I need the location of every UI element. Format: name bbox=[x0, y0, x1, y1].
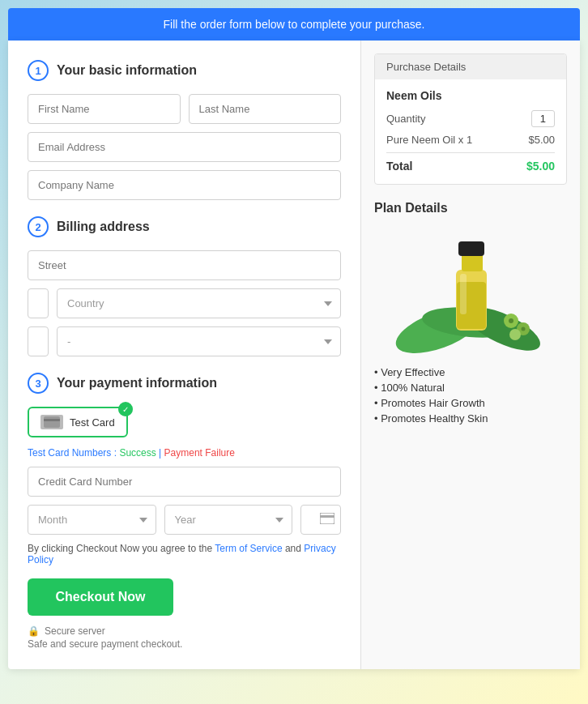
feature-item-4: Promotes Healthy Skin bbox=[374, 412, 567, 425]
city-input[interactable] bbox=[28, 288, 49, 318]
quantity-label: Quantity bbox=[386, 113, 425, 125]
svg-rect-2 bbox=[320, 513, 334, 524]
test-card-option[interactable]: Test Card ✓ bbox=[28, 407, 128, 437]
total-price: $5.00 bbox=[526, 160, 555, 173]
state-select[interactable]: - bbox=[57, 326, 341, 356]
cvv-card-icon bbox=[320, 513, 334, 527]
total-row: Total $5.00 bbox=[386, 152, 555, 173]
terms-middle: and bbox=[283, 543, 305, 554]
month-select[interactable]: Month 010203 040506 070809 101112 bbox=[28, 505, 156, 535]
page-container: Fill the order form below to complete yo… bbox=[8, 8, 580, 669]
zip-state-row: - bbox=[28, 326, 341, 356]
test-card-info: Test Card Numbers : Success | Payment Fa… bbox=[28, 447, 341, 459]
section-num-2: 2 bbox=[28, 216, 49, 237]
company-group bbox=[28, 170, 341, 200]
line-item-label: Pure Neem Oil x 1 bbox=[386, 134, 472, 146]
quantity-value: 1 bbox=[531, 110, 555, 127]
last-name-input[interactable] bbox=[189, 94, 342, 124]
year-select[interactable]: Year 202420252026 202720282029 bbox=[164, 505, 293, 535]
banner-text: Fill the order form below to complete yo… bbox=[164, 18, 425, 31]
name-row bbox=[28, 94, 341, 124]
section-num-3: 3 bbox=[28, 373, 49, 394]
card-label-text: Test Card bbox=[70, 416, 115, 429]
lock-icon: 🔒 bbox=[28, 625, 40, 637]
section-payment-label: Your payment information bbox=[57, 376, 217, 390]
section-basic-info-header: 1 Your basic information bbox=[28, 60, 341, 81]
product-name: Neem Oils bbox=[386, 89, 555, 102]
cc-number-group bbox=[28, 467, 341, 497]
svg-rect-15 bbox=[458, 241, 484, 256]
plan-details-title: Plan Details bbox=[374, 201, 567, 215]
svg-rect-16 bbox=[460, 274, 467, 314]
svg-rect-1 bbox=[44, 419, 60, 421]
email-input[interactable] bbox=[28, 132, 341, 162]
tos-link[interactable]: Term of Service bbox=[215, 543, 282, 554]
email-group bbox=[28, 132, 341, 162]
right-panel: Purchase Details Neem Oils Quantity 1 Pu… bbox=[361, 41, 580, 669]
svg-point-9 bbox=[509, 329, 521, 340]
total-label: Total bbox=[386, 160, 412, 173]
quantity-row: Quantity 1 bbox=[386, 110, 555, 127]
test-card-label: Test Card Numbers : bbox=[28, 447, 117, 459]
company-input[interactable] bbox=[28, 170, 341, 200]
test-card-failure-link[interactable]: Payment Failure bbox=[164, 447, 235, 459]
city-country-row: Country bbox=[28, 288, 341, 318]
product-image-wrap bbox=[374, 225, 567, 355]
purchase-details-title: Purchase Details bbox=[375, 54, 566, 79]
street-group bbox=[28, 250, 341, 280]
product-image bbox=[390, 225, 552, 355]
top-banner: Fill the order form below to complete yo… bbox=[8, 8, 580, 41]
left-panel: 1 Your basic information 2 Billing addre… bbox=[8, 41, 361, 669]
country-select[interactable]: Country bbox=[57, 288, 341, 318]
section-basic-info-label: Your basic information bbox=[57, 63, 197, 78]
test-card-success-link[interactable]: Success bbox=[119, 447, 156, 459]
checkout-button[interactable]: Checkout Now bbox=[28, 578, 173, 616]
line-item-row: Pure Neem Oil x 1 $5.00 bbox=[386, 134, 555, 146]
terms-prefix: By clicking Checkout Now you agree to th… bbox=[28, 543, 215, 554]
cc-number-input[interactable] bbox=[28, 467, 341, 497]
svg-point-10 bbox=[509, 318, 513, 323]
feature-item-3: Promotes Hair Growth bbox=[374, 397, 567, 409]
terms-text: By clicking Checkout Now you agree to th… bbox=[28, 543, 341, 565]
svg-rect-0 bbox=[44, 416, 60, 428]
secure-server-text: Secure server bbox=[45, 625, 105, 637]
svg-point-11 bbox=[522, 327, 526, 331]
svg-rect-14 bbox=[462, 254, 483, 271]
card-check-icon: ✓ bbox=[118, 402, 133, 416]
first-name-input[interactable] bbox=[28, 94, 181, 124]
street-input[interactable] bbox=[28, 250, 341, 280]
svg-rect-3 bbox=[320, 515, 334, 518]
zip-input[interactable] bbox=[28, 326, 49, 356]
feature-list: Very Effective 100% Natural Promotes Hai… bbox=[374, 366, 567, 425]
main-content: 1 Your basic information 2 Billing addre… bbox=[8, 41, 580, 669]
cvv-wrap bbox=[300, 505, 341, 535]
section-billing-header: 2 Billing address bbox=[28, 216, 341, 237]
purchase-details-box: Purchase Details Neem Oils Quantity 1 Pu… bbox=[374, 53, 567, 185]
card-icon bbox=[40, 415, 63, 429]
section-num-1: 1 bbox=[28, 60, 49, 81]
secure-server-wrap: 🔒 Secure server bbox=[28, 625, 341, 637]
safe-text: Safe and secure payment checkout. bbox=[28, 638, 341, 650]
expiry-cvv-row: Month 010203 040506 070809 101112 Year 2… bbox=[28, 505, 341, 535]
card-option-wrap: Test Card ✓ bbox=[28, 407, 341, 447]
feature-item-1: Very Effective bbox=[374, 366, 567, 378]
section-billing-label: Billing address bbox=[57, 220, 150, 234]
credit-card-svg bbox=[44, 416, 60, 428]
section-payment-header: 3 Your payment information bbox=[28, 373, 341, 394]
line-item-price: $5.00 bbox=[528, 134, 555, 146]
feature-item-2: 100% Natural bbox=[374, 382, 567, 394]
